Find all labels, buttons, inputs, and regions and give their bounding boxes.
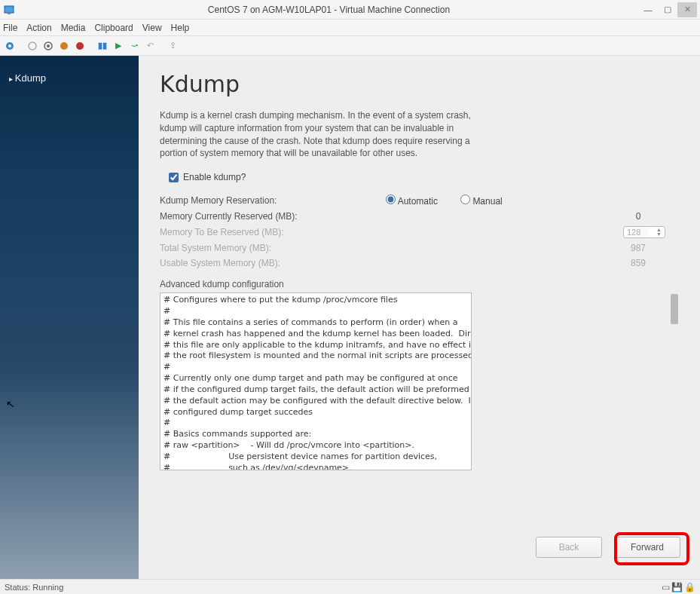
status-network-icon: ▭ [662,582,670,592]
installer-content: Kdump Kdump is a kernel crash dumping me… [139,56,700,579]
total-mem-value: 987 [616,243,661,253]
mem-tobe-spinner[interactable]: ▲▼ [623,226,665,238]
svg-point-7 [60,42,68,50]
titlebar: CentOS 7 on AGM-W10LAP01 - Virtual Machi… [0,0,700,20]
menu-file[interactable]: File [3,23,17,33]
mouse-cursor-icon: ↖ [5,397,17,411]
usable-mem-label: Usable System Memory (MB): [160,258,318,268]
revert-icon[interactable]: ↶ [143,39,157,53]
status-disk-icon: 💾 [671,582,683,592]
start-icon[interactable] [26,39,39,53]
sidebar-item-kdump[interactable]: Kdump [0,69,139,87]
mem-current-value: 0 [616,211,661,222]
svg-rect-0 [5,6,14,13]
svg-point-6 [47,44,50,47]
forward-button[interactable]: Forward [614,537,680,558]
minimize-button[interactable]: — [638,2,658,17]
window-title: CentOS 7 on AGM-W10LAP01 - Virtual Machi… [20,5,638,15]
ctrl-alt-del-icon[interactable] [3,39,17,53]
scrollbar-thumb[interactable] [671,294,678,324]
radio-manual[interactable]: Manual [460,194,503,207]
statusbar: Status: Running ▭ 💾 🔒 [0,579,700,594]
installer-sidebar: Kdump [0,56,139,579]
svg-point-4 [29,42,36,50]
toolbar: ▮▮ ▶ ⤻ ↶ ⇪ [0,36,700,56]
svg-point-8 [76,42,84,50]
spin-down-icon[interactable]: ▼ [656,232,662,237]
vm-app-icon [3,4,15,16]
total-mem-label: Total System Memory (MB): [160,243,318,253]
reservation-label: Kdump Memory Reservation: [160,195,318,206]
radio-automatic[interactable]: Automatic [386,194,438,207]
maximize-button[interactable]: ▢ [658,2,677,17]
menu-clipboard[interactable]: Clipboard [94,23,133,33]
shutdown-icon[interactable] [57,39,71,53]
textarea-scrollbar[interactable] [669,293,678,472]
turnoff-icon[interactable] [41,39,55,53]
menu-media[interactable]: Media [61,23,86,33]
menu-action[interactable]: Action [26,23,51,33]
share-icon[interactable]: ⇪ [166,39,179,53]
status-text: Status: Running [5,583,63,592]
svg-rect-1 [8,13,11,14]
adv-config-textarea[interactable]: # Configures where to put the kdump /pro… [160,292,472,470]
mem-tobe-label: Memory To Be Reserved (MB): [160,227,318,237]
menu-help[interactable]: Help [171,23,190,33]
checkpoint-icon[interactable]: ⤻ [127,39,141,53]
usable-mem-value: 859 [616,258,661,268]
back-button[interactable]: Back [536,537,602,558]
window-controls: — ▢ ✕ [638,2,697,17]
status-lock-icon: 🔒 [684,582,695,592]
svg-point-3 [8,44,11,47]
save-icon[interactable] [73,39,87,53]
menubar: File Action Media Clipboard View Help [0,20,700,36]
mem-current-label: Memory Currently Reserved (MB): [160,211,318,222]
enable-kdump-checkbox[interactable] [169,173,179,182]
page-title: Kdump [160,71,679,97]
pause-icon[interactable]: ▮▮ [96,39,109,53]
enable-kdump-label: Enable kdump? [183,172,246,182]
close-button[interactable]: ✕ [677,2,697,17]
page-description: Kdump is a kernel crash dumping mechanis… [160,109,476,160]
adv-config-label: Advanced kdump configuration [160,279,679,289]
mem-tobe-input [627,228,648,237]
vm-display: Kdump Kdump Kdump is a kernel crash dump… [0,56,700,579]
reset-icon[interactable]: ▶ [112,39,125,53]
menu-view[interactable]: View [142,23,162,33]
